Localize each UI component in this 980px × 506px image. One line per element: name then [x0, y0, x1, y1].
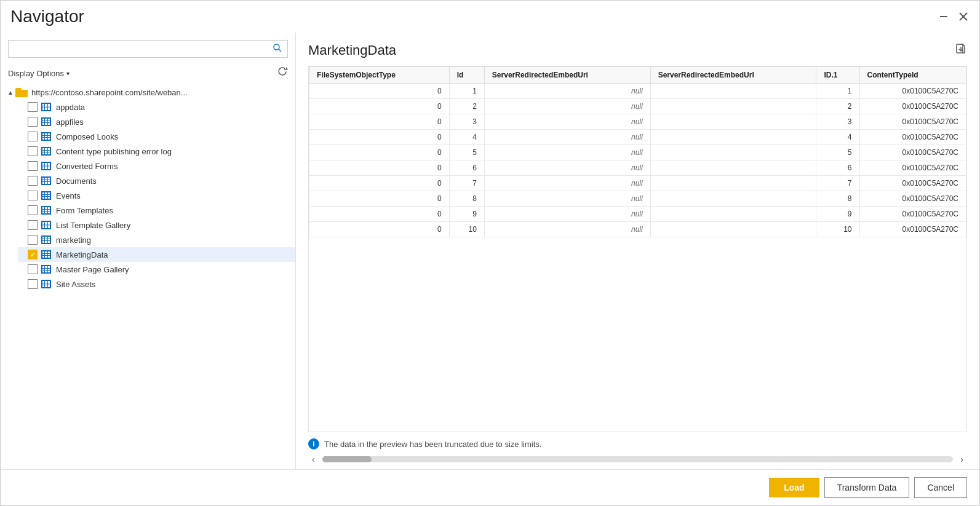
tree-item-composed-looks[interactable]: Composed Looks	[18, 129, 295, 144]
tree-item-label: appdata	[56, 103, 85, 112]
transform-data-button[interactable]: Transform Data	[824, 477, 910, 498]
tree-item-content-type-publishing[interactable]: Content type publishing error log	[18, 144, 295, 159]
truncated-text: The data in the preview has been truncat…	[324, 440, 541, 449]
item-checkbox[interactable]	[28, 117, 38, 127]
tree-item-converted-forms[interactable]: Converted Forms	[18, 159, 295, 173]
table-cell	[650, 114, 816, 130]
table-cell: 7	[449, 176, 484, 191]
table-cell: 0	[309, 160, 450, 176]
preview-title: MarketingData	[308, 42, 396, 58]
tree-item-appfiles[interactable]: appfiles	[18, 114, 295, 129]
table-cell	[650, 176, 816, 191]
tree-item-site-assets[interactable]: Site Assets	[18, 277, 295, 291]
table-cell: 0x0100C5A270C	[859, 222, 966, 237]
display-options-button[interactable]: Display Options ▾	[8, 69, 70, 78]
preview-export-icon[interactable]	[955, 43, 967, 58]
table-cell: 10	[816, 222, 859, 237]
table-icon	[40, 220, 52, 230]
table-icon	[40, 250, 52, 259]
close-button[interactable]	[957, 10, 970, 23]
svg-line-4	[279, 49, 281, 52]
table-cell: 0x0100C5A270C	[859, 130, 966, 145]
table-cell: 0	[309, 191, 450, 207]
item-checkbox[interactable]	[28, 146, 38, 156]
tree-item-master-page-gallery[interactable]: Master Page Gallery	[18, 262, 295, 277]
tree-item-label: Documents	[56, 176, 97, 186]
data-table: FileSystemObjectTypeIdServerRedirectedEm…	[309, 66, 966, 237]
table-cell	[650, 222, 816, 237]
svg-point-3	[274, 44, 279, 50]
item-checkbox[interactable]	[28, 102, 38, 112]
tree-item-label: List Template Gallery	[56, 221, 130, 230]
table-cell: null	[484, 145, 650, 160]
table-cell: 9	[816, 207, 859, 222]
tree-item-marketingdata[interactable]: MarketingData	[18, 247, 295, 262]
table-cell: 0x0100C5A270C	[859, 84, 966, 99]
tree-item-list-template-gallery[interactable]: List Template Gallery	[18, 218, 295, 232]
table-cell	[650, 130, 816, 145]
search-icon[interactable]	[273, 43, 282, 55]
table-cell: 0	[309, 222, 450, 237]
tree-item-marketing[interactable]: marketing	[18, 232, 295, 247]
h-scroll-track[interactable]	[322, 456, 954, 462]
h-scroll-thumb[interactable]	[322, 456, 372, 462]
table-cell: 0x0100C5A270C	[859, 145, 966, 160]
tree-item-label: appfiles	[56, 117, 84, 127]
item-checkbox[interactable]	[28, 132, 38, 141]
table-cell: null	[484, 99, 650, 114]
svg-rect-6	[957, 44, 963, 53]
table-cell	[650, 145, 816, 160]
item-checkbox[interactable]	[28, 176, 38, 186]
scroll-right-arrow[interactable]: ›	[957, 453, 967, 465]
table-cell: 4	[816, 130, 859, 145]
table-cell: null	[484, 191, 650, 207]
folder-icon	[15, 87, 28, 97]
search-input[interactable]	[14, 44, 273, 53]
item-checkbox[interactable]	[28, 235, 38, 245]
tree-item-documents[interactable]: Documents	[18, 173, 295, 188]
dialog-body: Display Options ▾ ▲	[1, 33, 979, 469]
table-row: 03null30x0100C5A270C	[309, 114, 966, 130]
root-url-label: https://contoso.sharepoint.com/site/weba…	[31, 88, 188, 97]
item-checkbox[interactable]	[28, 220, 38, 230]
tree-item-label: Site Assets	[56, 280, 95, 289]
item-checkbox[interactable]	[28, 279, 38, 289]
item-checkbox[interactable]	[28, 205, 38, 215]
col-header-id-1: ID.1	[816, 67, 859, 84]
item-checkbox[interactable]	[28, 191, 38, 200]
load-button[interactable]: Load	[769, 478, 819, 497]
refresh-icon[interactable]	[277, 66, 288, 80]
table-cell: 0	[309, 145, 450, 160]
col-header-filesystemobjecttype: FileSystemObjectType	[309, 67, 450, 84]
minimize-button[interactable]	[938, 10, 950, 23]
display-options-row: Display Options ▾	[1, 64, 295, 85]
item-checkbox[interactable]	[28, 264, 38, 274]
tree-item-label: marketing	[56, 235, 91, 245]
item-checkbox[interactable]	[28, 161, 38, 171]
data-table-wrapper[interactable]: FileSystemObjectTypeIdServerRedirectedEm…	[308, 66, 967, 432]
tree-container[interactable]: ▲ https://contoso.sharepoint.com/site/we…	[1, 85, 295, 469]
table-icon	[40, 146, 52, 156]
table-cell: 3	[449, 114, 484, 130]
tree-item-form-templates[interactable]: Form Templates	[18, 203, 295, 218]
tree-item-appdata[interactable]: appdata	[18, 100, 295, 114]
col-header-serverredirectedembedurl: ServerRedirectedEmbedUrl	[650, 67, 816, 84]
table-row: 05null50x0100C5A270C	[309, 145, 966, 160]
table-cell: 3	[816, 114, 859, 130]
preview-header: MarketingData	[308, 42, 967, 58]
tree-root-item[interactable]: ▲ https://contoso.sharepoint.com/site/we…	[6, 85, 295, 100]
table-cell: 1	[449, 84, 484, 99]
table-icon	[40, 191, 52, 200]
item-checkbox[interactable]	[28, 250, 38, 259]
cancel-button[interactable]: Cancel	[914, 477, 967, 498]
table-cell: 0x0100C5A270C	[859, 176, 966, 191]
tree-item-events[interactable]: Events	[18, 188, 295, 203]
table-cell: 4	[449, 130, 484, 145]
right-panel: MarketingData FileSystemObjectTypeIdServ…	[296, 33, 979, 469]
table-cell	[650, 160, 816, 176]
table-cell: 2	[816, 99, 859, 114]
scroll-left-arrow[interactable]: ‹	[308, 453, 319, 465]
table-cell: null	[484, 176, 650, 191]
navigator-dialog: Navigator	[0, 0, 980, 506]
table-cell: null	[484, 222, 650, 237]
